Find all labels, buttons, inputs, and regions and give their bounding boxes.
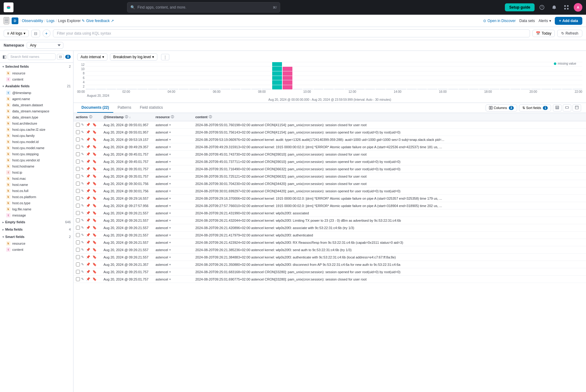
resource-chevron-icon[interactable]: ▾: [169, 131, 171, 134]
breadcrumb-logs[interactable]: Logs: [47, 19, 54, 23]
all-logs-button[interactable]: ≡ All logs ▾: [4, 30, 29, 37]
pin-row-button[interactable]: 📌: [85, 240, 91, 245]
kql-filter-input[interactable]: [53, 29, 530, 37]
available-field-host-cpu-vendor-id[interactable]: khost.cpu.vendor.id: [0, 157, 73, 163]
save-row-button[interactable]: 🔖: [92, 196, 98, 201]
pin-row-button[interactable]: 📌: [85, 159, 91, 164]
save-row-button[interactable]: 🔖: [92, 277, 98, 281]
available-field-host-name[interactable]: khost.name: [0, 182, 73, 188]
resource-chevron-icon[interactable]: ▾: [169, 197, 171, 200]
save-row-button[interactable]: 🔖: [92, 123, 98, 127]
expand-view-button[interactable]: [573, 104, 581, 111]
available-field-host-architecture[interactable]: khost.architecture: [0, 120, 73, 126]
histogram-bar-16[interactable]: [251, 89, 261, 89]
single-row-view-button[interactable]: [563, 104, 571, 111]
timestamp-info-icon[interactable]: ⓘ: [125, 115, 128, 119]
histogram-bar-8[interactable]: [169, 89, 178, 89]
row-checkbox[interactable]: [76, 145, 80, 149]
pin-row-button[interactable]: 📌: [85, 247, 91, 252]
resource-chevron-icon[interactable]: ▾: [169, 248, 171, 251]
histogram-bar-1[interactable]: [96, 89, 106, 89]
expand-row-button[interactable]: ✎: [80, 137, 85, 142]
resource-column-header[interactable]: resource ⓘ: [153, 113, 193, 121]
row-checkbox[interactable]: [76, 152, 80, 156]
histogram-bar-12[interactable]: [210, 89, 220, 89]
row-checkbox[interactable]: [76, 240, 80, 244]
histogram-bar-42[interactable]: [521, 89, 531, 89]
expand-row-button[interactable]: ✎: [80, 233, 85, 237]
expand-row-button[interactable]: ✎: [80, 123, 85, 127]
resource-chevron-icon[interactable]: ▾: [169, 123, 171, 126]
row-checkbox[interactable]: [76, 255, 80, 259]
expand-row-button[interactable]: ✎: [80, 181, 85, 186]
row-checkbox[interactable]: [76, 167, 80, 171]
resource-chevron-icon[interactable]: ▾: [169, 212, 171, 215]
row-checkbox[interactable]: [76, 262, 80, 266]
histogram-bar-18[interactable]: [272, 62, 282, 89]
save-row-button[interactable]: 🔖: [92, 262, 98, 267]
histogram-bar-45[interactable]: [552, 89, 562, 89]
pin-row-button[interactable]: 📌: [85, 233, 91, 237]
histogram-bar-21[interactable]: [303, 89, 313, 89]
row-checkbox[interactable]: [76, 204, 80, 208]
smart-field-content[interactable]: t content: [0, 247, 73, 253]
pin-row-button[interactable]: 📌: [85, 262, 91, 267]
resource-chevron-icon[interactable]: ▾: [169, 278, 171, 281]
histogram-bar-13[interactable]: [220, 89, 230, 89]
histogram-bar-26[interactable]: [355, 89, 365, 89]
selected-field-content[interactable]: t content: [0, 76, 73, 82]
row-view-button[interactable]: [553, 104, 562, 111]
tab-documents[interactable]: Documents (22): [77, 103, 113, 113]
row-checkbox[interactable]: [76, 196, 80, 200]
available-field-host-cpu-family[interactable]: khost.cpu.family: [0, 133, 73, 139]
save-row-button[interactable]: 🔖: [92, 270, 98, 274]
histogram-bar-43[interactable]: [531, 89, 541, 89]
pin-row-button[interactable]: 📌: [85, 203, 91, 208]
save-row-button[interactable]: 🔖: [92, 189, 98, 193]
save-row-button[interactable]: 🔖: [92, 130, 98, 134]
pin-row-button[interactable]: 📌: [85, 270, 91, 274]
histogram-bar-11[interactable]: [200, 89, 209, 89]
expand-row-button[interactable]: ✎: [80, 270, 85, 274]
refresh-button[interactable]: ↻ Refresh: [557, 30, 582, 37]
resource-chevron-icon[interactable]: ▾: [169, 190, 171, 193]
selected-field-resource[interactable]: k resource: [0, 70, 73, 76]
sidebar-filter-button[interactable]: ⊟: [57, 54, 64, 60]
available-field-message[interactable]: tmessage: [0, 212, 73, 218]
expand-row-button[interactable]: ✎: [80, 255, 85, 259]
breakdown-button[interactable]: Breakdown by log.level ▾: [110, 53, 157, 61]
expand-row-button[interactable]: ✎: [80, 262, 85, 267]
expand-row-button[interactable]: ✎: [80, 189, 85, 193]
available-field-host-cpu-model-name[interactable]: khost.cpu.model.name: [0, 145, 73, 151]
row-checkbox[interactable]: [76, 123, 80, 127]
pin-row-button[interactable]: 📌: [85, 123, 91, 127]
save-row-button[interactable]: 🔖: [92, 211, 98, 215]
expand-row-button[interactable]: ✎: [80, 159, 85, 164]
histogram-bar-22[interactable]: [314, 89, 323, 89]
available-field-host-os-platform[interactable]: khost.os.platform: [0, 194, 73, 200]
resource-chevron-icon[interactable]: ▾: [169, 270, 171, 273]
resource-chevron-icon[interactable]: ▾: [169, 145, 171, 149]
pin-row-button[interactable]: 📌: [85, 137, 91, 142]
histogram-bar-44[interactable]: [541, 89, 551, 89]
auto-interval-button[interactable]: Auto interval ▾: [77, 53, 107, 61]
global-search-bar[interactable]: 🔍 ⌘/: [127, 2, 280, 13]
histogram-bar-39[interactable]: [490, 89, 499, 89]
resource-chevron-icon[interactable]: ▾: [169, 204, 171, 207]
pin-row-button[interactable]: 📌: [85, 255, 91, 259]
histogram-bar-27[interactable]: [365, 89, 375, 89]
resource-chevron-icon[interactable]: ▾: [169, 234, 171, 237]
save-row-button[interactable]: 🔖: [92, 255, 98, 259]
pin-row-button[interactable]: 📌: [85, 189, 91, 193]
histogram-bar-17[interactable]: [262, 89, 272, 89]
available-field-data_stream-namespace[interactable]: kdata_stream.namespace: [0, 108, 73, 114]
histogram-bar-24[interactable]: [334, 89, 344, 89]
available-field-host-os-type[interactable]: khost.os.type: [0, 200, 73, 206]
histogram-bar-10[interactable]: [189, 89, 199, 89]
user-avatar[interactable]: A: [574, 3, 582, 12]
histogram-bar-5[interactable]: [137, 89, 147, 89]
row-checkbox[interactable]: [76, 226, 80, 230]
actions-info-icon[interactable]: ⓘ: [89, 115, 92, 119]
sidebar-collapse-button[interactable]: ◧: [2, 54, 6, 59]
expand-row-button[interactable]: ✎: [80, 196, 85, 201]
